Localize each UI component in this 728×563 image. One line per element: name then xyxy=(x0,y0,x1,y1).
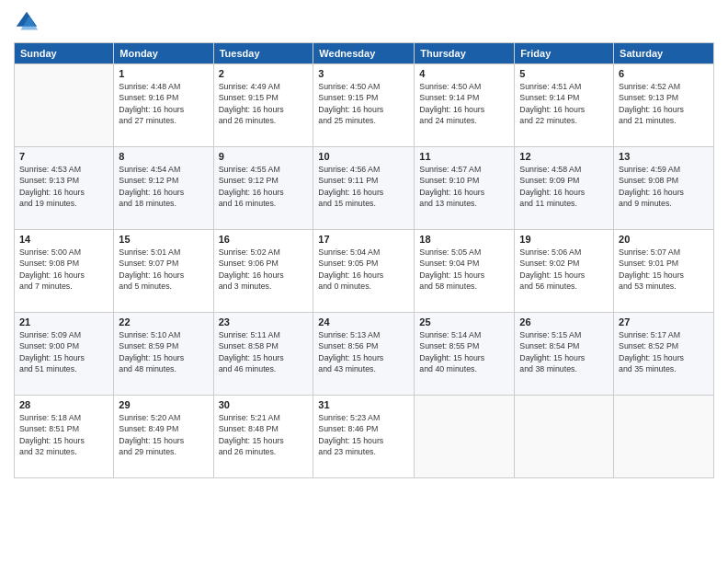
day-number: 27 xyxy=(619,316,709,327)
day-number: 30 xyxy=(219,399,309,410)
day-number: 18 xyxy=(419,234,509,245)
day-number: 8 xyxy=(119,151,208,162)
day-info: Sunrise: 5:21 AM Sunset: 8:48 PM Dayligh… xyxy=(219,412,309,457)
calendar-week-row: 1Sunrise: 4:48 AM Sunset: 9:16 PM Daylig… xyxy=(15,64,714,147)
day-info: Sunrise: 5:20 AM Sunset: 8:49 PM Dayligh… xyxy=(119,412,208,457)
day-number: 24 xyxy=(318,316,409,327)
day-info: Sunrise: 5:10 AM Sunset: 8:59 PM Dayligh… xyxy=(119,329,208,374)
day-info: Sunrise: 4:52 AM Sunset: 9:13 PM Dayligh… xyxy=(619,81,709,126)
day-number: 5 xyxy=(519,68,609,79)
calendar-cell: 28Sunrise: 5:18 AM Sunset: 8:51 PM Dayli… xyxy=(15,396,114,478)
calendar-cell: 25Sunrise: 5:14 AM Sunset: 8:55 PM Dayli… xyxy=(415,313,515,396)
day-number: 21 xyxy=(19,316,108,327)
day-info: Sunrise: 4:55 AM Sunset: 9:12 PM Dayligh… xyxy=(219,164,309,209)
day-number: 25 xyxy=(419,316,509,327)
calendar-week-row: 21Sunrise: 5:09 AM Sunset: 9:00 PM Dayli… xyxy=(15,313,714,396)
weekday-header: Saturday xyxy=(614,43,714,64)
calendar-cell: 31Sunrise: 5:23 AM Sunset: 8:46 PM Dayli… xyxy=(313,396,415,478)
calendar-week-row: 28Sunrise: 5:18 AM Sunset: 8:51 PM Dayli… xyxy=(15,396,714,478)
calendar-week-row: 7Sunrise: 4:53 AM Sunset: 9:13 PM Daylig… xyxy=(15,147,714,230)
day-number: 31 xyxy=(318,399,409,410)
day-info: Sunrise: 4:49 AM Sunset: 9:15 PM Dayligh… xyxy=(219,81,309,126)
day-number: 17 xyxy=(318,234,409,245)
day-info: Sunrise: 5:06 AM Sunset: 9:02 PM Dayligh… xyxy=(519,247,609,292)
calendar-cell: 19Sunrise: 5:06 AM Sunset: 9:02 PM Dayli… xyxy=(515,230,614,313)
calendar-cell: 10Sunrise: 4:56 AM Sunset: 9:11 PM Dayli… xyxy=(313,147,415,230)
day-info: Sunrise: 4:48 AM Sunset: 9:16 PM Dayligh… xyxy=(119,81,208,126)
day-number: 1 xyxy=(119,68,208,79)
day-info: Sunrise: 4:54 AM Sunset: 9:12 PM Dayligh… xyxy=(119,164,208,209)
weekday-header: Tuesday xyxy=(213,43,313,64)
weekday-header: Sunday xyxy=(15,43,114,64)
day-info: Sunrise: 4:56 AM Sunset: 9:11 PM Dayligh… xyxy=(318,164,409,209)
calendar-cell: 7Sunrise: 4:53 AM Sunset: 9:13 PM Daylig… xyxy=(15,147,114,230)
day-number: 20 xyxy=(619,234,709,245)
calendar-cell: 20Sunrise: 5:07 AM Sunset: 9:01 PM Dayli… xyxy=(614,230,714,313)
calendar-cell xyxy=(15,64,114,147)
weekday-header: Friday xyxy=(515,43,614,64)
day-number: 7 xyxy=(19,151,108,162)
calendar-cell: 27Sunrise: 5:17 AM Sunset: 8:52 PM Dayli… xyxy=(614,313,714,396)
day-info: Sunrise: 5:01 AM Sunset: 9:07 PM Dayligh… xyxy=(119,247,208,292)
day-number: 2 xyxy=(219,68,309,79)
calendar-cell: 13Sunrise: 4:59 AM Sunset: 9:08 PM Dayli… xyxy=(614,147,714,230)
day-info: Sunrise: 5:23 AM Sunset: 8:46 PM Dayligh… xyxy=(318,412,409,457)
calendar-cell: 6Sunrise: 4:52 AM Sunset: 9:13 PM Daylig… xyxy=(614,64,714,147)
calendar-cell: 16Sunrise: 5:02 AM Sunset: 9:06 PM Dayli… xyxy=(213,230,313,313)
calendar-cell: 22Sunrise: 5:10 AM Sunset: 8:59 PM Dayli… xyxy=(114,313,213,396)
calendar-cell: 9Sunrise: 4:55 AM Sunset: 9:12 PM Daylig… xyxy=(213,147,313,230)
calendar-cell: 15Sunrise: 5:01 AM Sunset: 9:07 PM Dayli… xyxy=(114,230,213,313)
calendar-cell: 12Sunrise: 4:58 AM Sunset: 9:09 PM Dayli… xyxy=(515,147,614,230)
day-number: 19 xyxy=(519,234,609,245)
day-info: Sunrise: 5:15 AM Sunset: 8:54 PM Dayligh… xyxy=(519,329,609,374)
logo xyxy=(14,9,43,35)
calendar-week-row: 14Sunrise: 5:00 AM Sunset: 9:08 PM Dayli… xyxy=(15,230,714,313)
day-info: Sunrise: 5:00 AM Sunset: 9:08 PM Dayligh… xyxy=(19,247,108,292)
day-number: 11 xyxy=(419,151,509,162)
calendar-cell xyxy=(614,396,714,478)
calendar-cell: 14Sunrise: 5:00 AM Sunset: 9:08 PM Dayli… xyxy=(15,230,114,313)
day-number: 22 xyxy=(119,316,208,327)
day-number: 26 xyxy=(519,316,609,327)
day-info: Sunrise: 5:18 AM Sunset: 8:51 PM Dayligh… xyxy=(19,412,108,457)
day-number: 4 xyxy=(419,68,509,79)
calendar-cell: 4Sunrise: 4:50 AM Sunset: 9:14 PM Daylig… xyxy=(415,64,515,147)
calendar-cell xyxy=(515,396,614,478)
day-info: Sunrise: 4:51 AM Sunset: 9:14 PM Dayligh… xyxy=(519,81,609,126)
day-number: 15 xyxy=(119,234,208,245)
day-number: 14 xyxy=(19,234,108,245)
day-info: Sunrise: 5:02 AM Sunset: 9:06 PM Dayligh… xyxy=(219,247,309,292)
calendar-cell: 3Sunrise: 4:50 AM Sunset: 9:15 PM Daylig… xyxy=(313,64,415,147)
day-number: 16 xyxy=(219,234,309,245)
day-info: Sunrise: 5:14 AM Sunset: 8:55 PM Dayligh… xyxy=(419,329,509,374)
calendar-cell: 8Sunrise: 4:54 AM Sunset: 9:12 PM Daylig… xyxy=(114,147,213,230)
calendar-cell: 1Sunrise: 4:48 AM Sunset: 9:16 PM Daylig… xyxy=(114,64,213,147)
day-info: Sunrise: 4:58 AM Sunset: 9:09 PM Dayligh… xyxy=(519,164,609,209)
header xyxy=(14,9,714,35)
calendar-cell: 5Sunrise: 4:51 AM Sunset: 9:14 PM Daylig… xyxy=(515,64,614,147)
day-info: Sunrise: 4:50 AM Sunset: 9:14 PM Dayligh… xyxy=(419,81,509,126)
calendar-cell: 18Sunrise: 5:05 AM Sunset: 9:04 PM Dayli… xyxy=(415,230,515,313)
day-number: 12 xyxy=(519,151,609,162)
calendar-cell: 30Sunrise: 5:21 AM Sunset: 8:48 PM Dayli… xyxy=(213,396,313,478)
day-info: Sunrise: 5:11 AM Sunset: 8:58 PM Dayligh… xyxy=(219,329,309,374)
calendar-cell: 11Sunrise: 4:57 AM Sunset: 9:10 PM Dayli… xyxy=(415,147,515,230)
day-info: Sunrise: 5:07 AM Sunset: 9:01 PM Dayligh… xyxy=(619,247,709,292)
day-info: Sunrise: 5:05 AM Sunset: 9:04 PM Dayligh… xyxy=(419,247,509,292)
calendar-cell: 21Sunrise: 5:09 AM Sunset: 9:00 PM Dayli… xyxy=(15,313,114,396)
day-info: Sunrise: 5:17 AM Sunset: 8:52 PM Dayligh… xyxy=(619,329,709,374)
day-info: Sunrise: 4:53 AM Sunset: 9:13 PM Dayligh… xyxy=(19,164,108,209)
day-number: 3 xyxy=(318,68,409,79)
calendar-cell: 24Sunrise: 5:13 AM Sunset: 8:56 PM Dayli… xyxy=(313,313,415,396)
day-number: 13 xyxy=(619,151,709,162)
calendar-cell: 29Sunrise: 5:20 AM Sunset: 8:49 PM Dayli… xyxy=(114,396,213,478)
weekday-header: Wednesday xyxy=(313,43,415,64)
calendar-cell: 2Sunrise: 4:49 AM Sunset: 9:15 PM Daylig… xyxy=(213,64,313,147)
day-number: 23 xyxy=(219,316,309,327)
day-info: Sunrise: 5:09 AM Sunset: 9:00 PM Dayligh… xyxy=(19,329,108,374)
calendar-cell: 17Sunrise: 5:04 AM Sunset: 9:05 PM Dayli… xyxy=(313,230,415,313)
day-number: 9 xyxy=(219,151,309,162)
day-number: 10 xyxy=(318,151,409,162)
day-info: Sunrise: 5:13 AM Sunset: 8:56 PM Dayligh… xyxy=(318,329,409,374)
weekday-header: Thursday xyxy=(415,43,515,64)
